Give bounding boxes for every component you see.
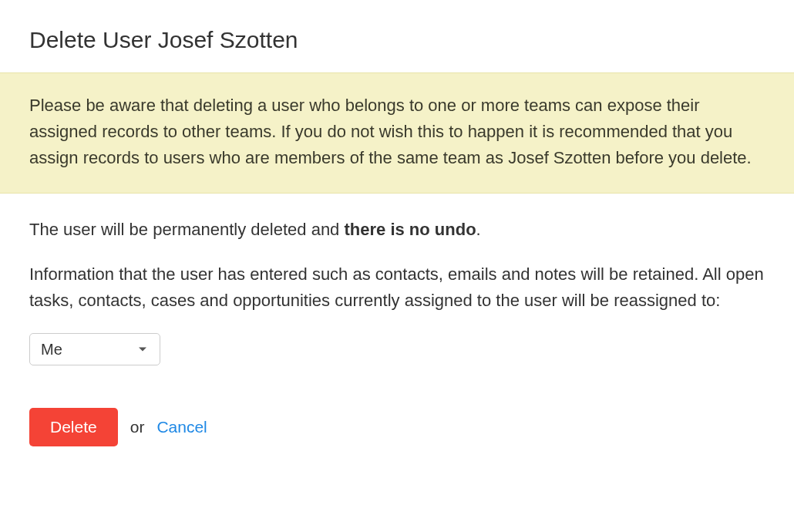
reassign-info-text: Information that the user has entered su… (29, 261, 765, 314)
cancel-link[interactable]: Cancel (156, 418, 207, 436)
permanent-prefix: The user will be permanently deleted and (29, 220, 344, 239)
delete-user-dialog: Delete User Josef Szotten Please be awar… (0, 0, 794, 446)
delete-button[interactable]: Delete (29, 408, 118, 446)
permanent-delete-text: The user will be permanently deleted and… (29, 217, 765, 243)
body-text: The user will be permanently deleted and… (0, 194, 794, 314)
reassign-select[interactable]: Me (29, 333, 160, 365)
permanent-suffix: . (476, 220, 481, 239)
page-title: Delete User Josef Szotten (0, 0, 794, 53)
or-text: or (130, 418, 145, 436)
action-row: Delete or Cancel (0, 365, 794, 446)
reassign-select-wrapper: Me (29, 333, 160, 365)
no-undo-text: there is no undo (344, 220, 476, 239)
warning-banner: Please be aware that deleting a user who… (0, 72, 794, 194)
